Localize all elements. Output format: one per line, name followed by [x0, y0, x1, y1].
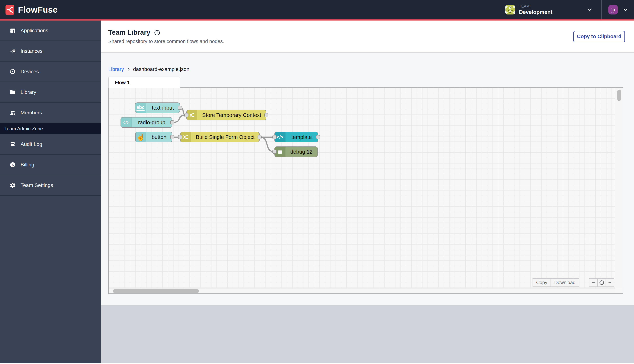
audit-log-icon — [10, 141, 16, 147]
flow-node-label: text-input — [146, 103, 180, 113]
team-selector[interactable]: TEAM: Development — [495, 0, 602, 20]
sidebar-item-label: Instances — [21, 48, 43, 54]
breadcrumb: Library dashboard-example.json — [108, 66, 634, 72]
breadcrumb-library-link[interactable]: Library — [108, 66, 124, 72]
page-title: Team Library — [108, 28, 150, 36]
wires-layer — [109, 88, 623, 294]
zoom-reset-circle-icon — [599, 280, 604, 285]
user-menu[interactable]: jp — [602, 0, 634, 20]
page-header-titles: Team Library Shared repository to store … — [108, 28, 224, 44]
sidebar-item-devices[interactable]: Devices — [0, 62, 101, 82]
flow-node-text-input[interactable]: abctext-input — [135, 102, 180, 113]
node-port-in[interactable] — [184, 113, 188, 117]
members-icon — [10, 110, 16, 116]
tab-flow-1[interactable]: Flow 1 — [108, 77, 180, 88]
wire-build-single-form-object-to-debug-12[interactable] — [260, 137, 274, 152]
zoom-controls: − + — [589, 278, 614, 287]
instances-icon — [10, 48, 16, 54]
library-section: Library dashboard-example.json Flow 1 ab… — [101, 53, 634, 305]
node-port-out[interactable] — [170, 135, 174, 139]
library-icon — [10, 89, 16, 95]
main-column: Team Library Shared repository to store … — [101, 20, 634, 363]
flow-node-label: debug 12 — [285, 147, 317, 157]
vertical-scrollbar-thumb[interactable] — [617, 90, 621, 101]
brand[interactable]: FlowFuse — [0, 5, 58, 15]
flow-node-radio-group[interactable]: </>radio-group — [121, 117, 172, 128]
team-label: TEAM: — [519, 4, 552, 8]
sidebar-item-label: Members — [21, 110, 42, 116]
breadcrumb-current-file: dashboard-example.json — [133, 66, 189, 72]
chevron-right-icon — [127, 67, 131, 71]
header-right: TEAM: Development jp — [495, 0, 634, 20]
code-icon: </> — [121, 118, 132, 128]
horizontal-scrollbar[interactable] — [109, 288, 615, 294]
vertical-scrollbar[interactable] — [615, 88, 623, 288]
abc-icon: abc — [135, 103, 146, 113]
chevron-down-icon[interactable] — [587, 6, 593, 13]
flowfuse-app: FlowFuse TEAM: Development — [0, 0, 634, 364]
sidebar-item-library[interactable]: Library — [0, 82, 101, 103]
copy-flow-button[interactable]: Copy — [533, 278, 551, 287]
info-icon[interactable] — [154, 30, 160, 36]
download-flow-button[interactable]: Download — [550, 278, 579, 287]
top-header: FlowFuse TEAM: Development — [0, 0, 634, 20]
team-name: Development — [519, 9, 552, 15]
flow-node-debug-12[interactable]: debug 12 — [274, 146, 318, 157]
svg-text:$: $ — [12, 163, 14, 167]
flowfuse-logo-icon — [6, 5, 14, 15]
node-port-out[interactable] — [170, 120, 174, 124]
page-header: Team Library Shared repository to store … — [101, 20, 634, 53]
copy-to-clipboard-button[interactable]: Copy to Clipboard — [573, 31, 625, 42]
devices-icon — [10, 68, 16, 75]
flow-node-label: Store Temporary Context — [197, 110, 266, 120]
sidebar-item-label: Library — [21, 89, 36, 95]
user-avatar[interactable]: jp — [608, 5, 618, 14]
sidebar-item-label: Devices — [21, 69, 39, 74]
zoom-reset-button[interactable] — [597, 278, 606, 287]
flow-node-label: template — [285, 132, 318, 142]
node-port-out[interactable] — [178, 106, 182, 110]
chevron-down-icon[interactable] — [622, 6, 628, 13]
flow-node-label: Build Single Form Object — [191, 132, 259, 142]
sidebar-item-team-settings[interactable]: Team Settings — [0, 175, 101, 196]
node-port-out[interactable] — [257, 135, 262, 139]
zoom-out-button[interactable]: − — [589, 278, 598, 287]
zoom-in-button[interactable]: + — [605, 278, 614, 287]
applications-icon — [10, 28, 16, 34]
horizontal-scrollbar-thumb[interactable] — [113, 290, 199, 293]
sidebar-item-applications[interactable]: Applications — [0, 20, 101, 41]
team-admin-zone-label: Team Admin Zone — [5, 126, 43, 132]
sidebar-item-members[interactable]: Members — [0, 103, 101, 123]
node-port-out[interactable] — [316, 135, 320, 139]
page-subtitle: Shared repository to store common flows … — [108, 39, 224, 44]
node-port-in[interactable] — [272, 135, 276, 139]
tab-label: Flow 1 — [115, 80, 130, 86]
export-controls: Copy Download — [533, 278, 579, 287]
sidebar-item-label: Billing — [21, 162, 34, 168]
flow-node-build-single-form-object[interactable]: Build Single Form Object — [180, 132, 260, 142]
sidebar-main-nav: ApplicationsInstancesDevicesLibraryMembe… — [0, 20, 101, 123]
sidebar-item-label: Team Settings — [21, 182, 53, 188]
team-admin-zone-band: Team Admin Zone — [0, 123, 101, 134]
sidebar-item-instances[interactable]: Instances — [0, 41, 101, 62]
sidebar-admin-nav: Audit Log$BillingTeam Settings — [0, 134, 101, 196]
flow-node-label: button — [146, 132, 172, 142]
node-port-in[interactable] — [178, 135, 182, 139]
flow-canvas[interactable]: abctext-input</>radio-groupStore Tempora… — [108, 88, 623, 294]
brand-name: FlowFuse — [18, 5, 58, 15]
team-settings-icon — [10, 182, 16, 188]
sidebar: ApplicationsInstancesDevicesLibraryMembe… — [0, 20, 101, 363]
sidebar-item-audit-log[interactable]: Audit Log — [0, 134, 101, 155]
billing-icon: $ — [10, 162, 16, 168]
flow-node-template[interactable]: </>template — [274, 132, 318, 142]
node-port-out[interactable] — [264, 113, 268, 117]
footer-band — [101, 305, 634, 363]
flow-node-button[interactable]: ☝button — [135, 132, 172, 142]
node-port-in[interactable] — [272, 150, 276, 154]
team-avatar — [505, 5, 515, 14]
pointer-icon: ☝ — [136, 132, 146, 142]
team-text: TEAM: Development — [519, 4, 552, 15]
sidebar-item-label: Applications — [21, 28, 48, 34]
sidebar-item-billing[interactable]: $Billing — [0, 155, 101, 175]
flow-node-store-temporary-context[interactable]: Store Temporary Context — [186, 110, 266, 120]
